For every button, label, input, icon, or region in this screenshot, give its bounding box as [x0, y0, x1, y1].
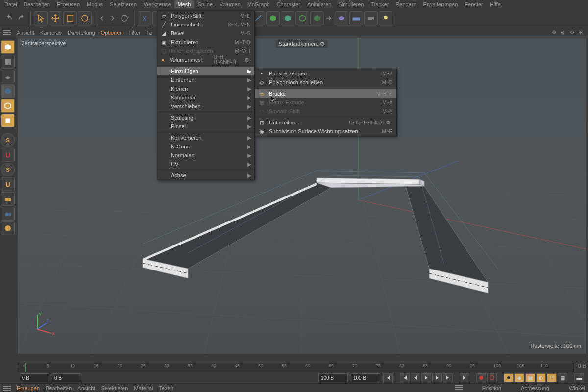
key-rot-button[interactable]: ◐ — [536, 373, 546, 382]
field-tool[interactable] — [335, 11, 348, 25]
vh-optionen[interactable]: Optionen — [101, 30, 123, 36]
snap-s2[interactable]: S — [1, 163, 15, 176]
submenu-sds-wichtung[interactable]: ◉ Subdivision Surface Wichtung setzen M~… — [255, 127, 396, 136]
light-tool[interactable] — [379, 11, 392, 25]
sb-selektieren[interactable]: Selektieren — [101, 385, 128, 391]
history-prev[interactable] — [98, 11, 107, 25]
key-scale-button[interactable]: ▣ — [525, 373, 535, 382]
key-param-button[interactable]: P — [547, 373, 557, 382]
menu-konvertieren[interactable]: Konvertieren ▶ — [157, 133, 254, 142]
menu-selektieren[interactable]: Selektieren — [106, 0, 140, 8]
play-button[interactable] — [421, 373, 431, 382]
menu-simulieren[interactable]: Simulieren — [335, 0, 368, 8]
menu-linienschnitt[interactable]: ╱ Linienschnitt K~K, M~K — [157, 20, 254, 29]
menu-charakter[interactable]: Charakter — [273, 0, 304, 8]
menu-hinzufuegen[interactable]: Hinzufügen ▶ — [157, 67, 254, 75]
menu-ngons[interactable]: N-Gons ▶ — [157, 142, 254, 151]
menu-bevel[interactable]: ◢ Bevel M~S — [157, 29, 254, 38]
step-forward-button[interactable] — [432, 373, 442, 382]
menu-spline[interactable]: Spline — [194, 0, 216, 8]
submenu-polygonloch[interactable]: ◇ Polygonloch schließen M~D — [255, 78, 396, 87]
menu-datei[interactable]: Datei — [1, 0, 21, 8]
key-pla-button[interactable]: ▦ — [558, 373, 567, 382]
menu-mesh[interactable]: Mesh — [174, 0, 195, 8]
menu-achse[interactable]: Achse ▶ — [157, 171, 254, 180]
menu-klonen[interactable]: Klonen ▶ — [157, 84, 254, 93]
statusbar-menu-icon[interactable] — [3, 386, 11, 391]
menu-erzeugen[interactable]: Erzeugen — [53, 0, 83, 8]
goto-end-button[interactable] — [460, 373, 469, 382]
scale-tool[interactable] — [63, 11, 77, 25]
frame-end2-input[interactable] — [351, 373, 380, 382]
submenu-unterteilen[interactable]: ⊞ Unterteilen... U~S, U~Shift+S ⚙ — [255, 118, 396, 127]
menu-schneiden[interactable]: Schneiden ▶ — [157, 93, 254, 102]
primitive-cube[interactable] — [266, 11, 280, 25]
history-next[interactable] — [108, 11, 117, 25]
menu-werkzeuge[interactable]: Werkzeuge — [140, 0, 174, 8]
sb-ansicht[interactable]: Ansicht — [77, 385, 95, 391]
viewport-menu-icon[interactable] — [3, 30, 11, 35]
vh-ansicht[interactable]: Ansicht — [17, 30, 34, 36]
menu-hilfe[interactable]: Hilfe — [487, 0, 504, 8]
vh-rotate-icon[interactable]: ⟲ — [569, 29, 576, 36]
deformer[interactable] — [310, 11, 324, 25]
gear-icon[interactable]: ⚙ — [245, 57, 250, 63]
sb-textur[interactable]: Textur — [159, 385, 174, 391]
vh-darstellung[interactable]: Darstellung — [68, 30, 95, 36]
menu-pinsel[interactable]: Pinsel ▶ — [157, 122, 254, 131]
menu-extrudieren[interactable]: ▣ Extrudieren M~T, D — [157, 38, 254, 47]
step-back-button[interactable] — [411, 373, 420, 382]
camera-tool[interactable] — [364, 11, 378, 25]
snap-s1[interactable]: S — [1, 133, 15, 147]
record-button[interactable] — [476, 373, 486, 382]
sb-erzeugen[interactable]: Erzeugen — [17, 385, 40, 391]
menu-animieren[interactable]: Animieren — [304, 0, 335, 8]
key-pos-button[interactable]: ◆ — [514, 373, 524, 382]
workplane-grid[interactable] — [1, 192, 15, 206]
x-axis-toggle[interactable]: X — [138, 11, 151, 25]
select-tool[interactable] — [34, 11, 48, 25]
primitive-poly[interactable] — [281, 11, 294, 25]
polygon-mode[interactable] — [1, 114, 15, 127]
point-mode[interactable] — [1, 84, 15, 98]
menu-polygon-stift[interactable]: ▱ Polygon-Stift M~E — [157, 11, 254, 20]
menu-erweiterungen[interactable]: Erweiterungen — [420, 0, 462, 8]
vh-filter[interactable]: Filter — [128, 30, 140, 36]
submenu-bruecke[interactable]: ▭ Brücke M~B, B — [255, 89, 396, 98]
sb-bearbeiten[interactable]: Bearbeiten — [46, 385, 72, 391]
gear-icon[interactable]: ⚙ — [386, 120, 392, 126]
model-mode[interactable] — [1, 40, 15, 54]
menu-uv[interactable]: UV ▶ — [157, 160, 254, 169]
frame-end-input[interactable] — [318, 373, 348, 382]
move-tool[interactable] — [49, 11, 62, 25]
redo-button[interactable] — [16, 11, 27, 25]
menu-sculpting[interactable]: Sculpting ▶ — [157, 113, 254, 122]
vh-move-icon[interactable]: ✥ — [552, 29, 559, 36]
submenu-matrix-extrude[interactable]: ▦ Matrix-Extrude M~X — [255, 98, 396, 107]
vh-zoom-icon[interactable]: ⊕ — [561, 29, 567, 36]
snap-magnet[interactable] — [1, 177, 15, 191]
vh-kameras[interactable]: Kameras — [40, 30, 62, 36]
menu-normalen[interactable]: Normalen ▶ — [157, 151, 254, 160]
goto-start-button[interactable] — [383, 373, 393, 382]
rotate-tool[interactable] — [78, 11, 92, 25]
texture-mode[interactable] — [1, 55, 15, 69]
generator[interactable] — [295, 11, 309, 25]
vh-ta[interactable]: Ta — [147, 30, 152, 36]
key-settings-button[interactable] — [504, 373, 514, 382]
workplane-mode[interactable] — [1, 70, 15, 83]
autokey-button[interactable] — [487, 373, 497, 382]
sb-material[interactable]: Material — [134, 385, 153, 391]
menu-volumenmesh[interactable]: ● Volumenmesh U~H, U~Shift+H ⚙ — [157, 55, 254, 64]
menu-mograph[interactable]: MoGraph — [244, 0, 273, 8]
arrow-tool[interactable] — [325, 11, 334, 25]
lock-tool[interactable] — [118, 11, 131, 25]
frame-start-input[interactable] — [20, 373, 49, 382]
menu-verschieben[interactable]: Verschieben ▶ — [157, 102, 254, 111]
menu-entfernen[interactable]: Entfernen ▶ — [157, 75, 254, 84]
menu-tracker[interactable]: Tracker — [367, 0, 392, 8]
timeline-ruler[interactable]: 0510152025303540455055606570758085909510… — [18, 363, 574, 372]
workplane-locked[interactable] — [1, 207, 15, 220]
frame-current-input[interactable] — [52, 373, 81, 382]
goto-next-key-button[interactable] — [443, 373, 453, 382]
